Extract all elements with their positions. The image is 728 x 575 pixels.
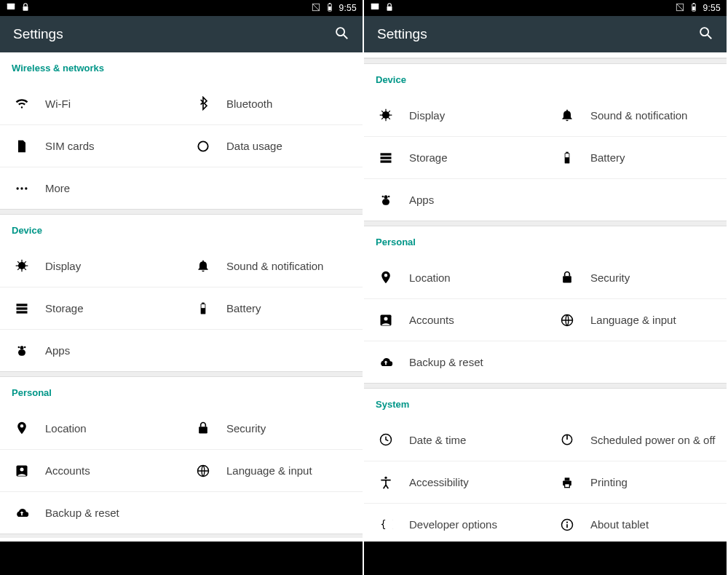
item-storage[interactable]: Storage [0,287,181,329]
recent-icon [260,555,276,567]
display-icon [15,258,45,273]
more-icon [15,181,45,196]
nav-recent-button[interactable] [624,549,640,568]
partial-previous-section [364,52,727,58]
search-icon [697,31,713,43]
section-header-wireless: Wireless & networks [0,52,363,82]
item-battery[interactable]: Battery [181,287,363,329]
language-icon [196,464,226,478]
search-icon [333,31,349,43]
section-device: Device Display Sound & notification Stor… [364,64,727,221]
battery-icon [689,2,699,15]
item-scheduled-power[interactable]: Scheduled power on & off [545,419,727,461]
battery-setting-icon [560,151,590,165]
back-icon [87,555,103,567]
item-label: Storage [409,151,448,164]
item-bluetooth[interactable]: Bluetooth [181,82,363,124]
item-accounts[interactable]: Accounts [0,449,181,491]
item-label: Developer options [409,518,497,531]
divider [364,58,727,64]
page-title: Settings [377,26,427,42]
bluetooth-icon [196,96,226,111]
item-apps[interactable]: Apps [364,178,727,221]
nav-home-button[interactable] [537,549,553,568]
item-sound[interactable]: Sound & notification [545,94,727,136]
search-button[interactable] [697,25,713,44]
data-usage-icon [196,139,226,154]
left-panel: 9:55 Settings Wireless & networks Wi-Fi … [0,0,364,575]
search-button[interactable] [333,25,349,44]
nav-back-button[interactable] [87,549,103,568]
item-display[interactable]: Display [0,245,181,287]
back-icon [451,555,467,567]
nav-back-button[interactable] [451,549,467,568]
battery-setting-icon [196,301,226,316]
account-icon [379,313,409,328]
accessibility-icon [379,475,409,490]
item-wifi[interactable]: Wi-Fi [0,82,181,124]
item-language[interactable]: Language & input [181,449,363,491]
app-bar: Settings [0,16,363,52]
screen-icon [370,2,380,15]
item-location[interactable]: Location [364,256,545,298]
item-backup[interactable]: Backup & reset [0,491,363,534]
item-printing[interactable]: Printing [545,461,727,503]
nav-home-button[interactable] [173,549,189,568]
item-label: Sound & notification [226,260,323,272]
item-date-time[interactable]: Date & time [364,419,545,461]
settings-scroll[interactable]: Wireless & networks Wi-Fi Bluetooth SIM … [0,52,363,542]
item-more[interactable]: More [0,167,363,209]
item-accessibility[interactable]: Accessibility [364,461,545,503]
item-label: Battery [590,151,625,164]
settings-scroll[interactable]: Device Display Sound & notification Stor… [364,52,727,542]
section-device: Device Display Sound & notification Stor… [0,215,363,371]
printing-icon [560,475,590,490]
item-sound[interactable]: Sound & notification [181,245,363,287]
home-icon [537,555,553,567]
item-language[interactable]: Language & input [545,298,727,341]
section-system: System Date & time Scheduled power on & … [364,389,727,542]
item-label: Language & input [226,464,312,477]
item-about-tablet[interactable]: About tablet [545,503,727,542]
app-bar: Settings [364,16,727,52]
info-icon [560,518,590,532]
item-data-usage[interactable]: Data usage [181,124,363,167]
divider [0,209,363,215]
right-panel: 9:55 Settings Device Display Sound & not… [364,0,728,575]
item-label: Language & input [590,314,676,326]
clock-icon [379,432,409,447]
battery-icon [325,2,335,15]
item-developer-options[interactable]: Developer options [364,503,545,542]
item-backup[interactable]: Backup & reset [364,341,727,383]
item-label: More [45,182,70,194]
item-label: About tablet [590,518,649,531]
backup-icon [379,355,409,370]
security-icon [196,421,226,435]
item-sim-cards[interactable]: SIM cards [0,124,181,167]
lock-icon [20,2,31,15]
item-label: SIM cards [45,140,95,152]
item-security[interactable]: Security [545,256,727,298]
no-sim-icon [311,2,321,15]
item-location[interactable]: Location [0,407,181,449]
item-accounts[interactable]: Accounts [364,298,545,341]
status-time: 9:55 [339,3,357,13]
nav-recent-button[interactable] [260,549,276,568]
section-personal: Personal Location Security Accounts Lang… [0,377,363,534]
section-header-personal: Personal [364,226,727,256]
nav-bar [364,542,727,575]
item-battery[interactable]: Battery [545,136,727,178]
item-security[interactable]: Security [181,407,363,449]
bell-icon [560,108,590,122]
item-label: Backup & reset [45,507,119,519]
divider [364,221,727,226]
item-storage[interactable]: Storage [364,136,545,178]
item-label: Printing [590,476,628,488]
section-header-device: Device [0,215,363,245]
status-bar: 9:55 [364,0,727,16]
item-display[interactable]: Display [364,94,545,136]
item-label: Data usage [226,140,282,152]
item-apps[interactable]: Apps [0,329,363,371]
item-label: Security [226,422,266,435]
bell-icon [196,258,226,273]
